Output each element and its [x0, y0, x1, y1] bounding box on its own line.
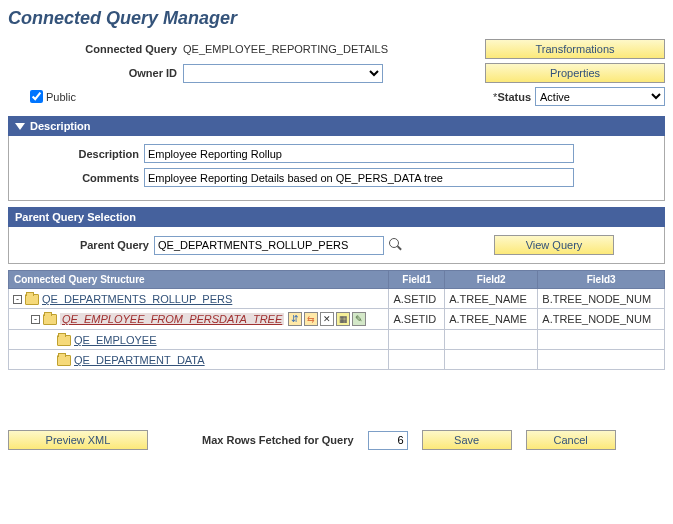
table-row: QE_DEPARTMENT_DATA	[9, 350, 665, 370]
properties-button[interactable]: Properties	[485, 63, 665, 83]
col-field1: Field1	[389, 271, 445, 289]
table-row: -QE_DEPARTMENTS_ROLLUP_PERSA.SETIDA.TREE…	[9, 289, 665, 309]
max-rows-label: Max Rows Fetched for Query	[202, 434, 354, 446]
connected-query-label: Connected Query	[8, 43, 183, 55]
comments-input[interactable]	[144, 168, 574, 187]
status-label: Status	[497, 91, 535, 103]
col-field2: Field2	[445, 271, 538, 289]
connected-query-value: QE_EMPLOYEE_REPORTING_DETAILS	[183, 43, 485, 55]
folder-icon	[57, 335, 71, 346]
insert-child-icon[interactable]: ⇵	[288, 312, 302, 326]
field2-cell: A.TREE_NAME	[445, 309, 538, 330]
description-input[interactable]	[144, 144, 574, 163]
save-button[interactable]: Save	[422, 430, 512, 450]
status-select[interactable]: Active	[535, 87, 665, 106]
footer-row: Preview XML Max Rows Fetched for Query S…	[8, 430, 665, 450]
folder-icon	[25, 294, 39, 305]
query-node-link[interactable]: QE_EMPLOYEE_FROM_PERSDATA_TREE	[60, 313, 284, 325]
page-title: Connected Query Manager	[8, 8, 665, 29]
field2-cell: A.TREE_NAME	[445, 289, 538, 309]
delete-icon[interactable]: ✕	[320, 312, 334, 326]
view-query-button[interactable]: View Query	[494, 235, 614, 255]
field3-cell: A.TREE_NODE_NUM	[538, 309, 665, 330]
col-structure: Connected Query Structure	[9, 271, 389, 289]
query-node-link[interactable]: QE_EMPLOYEE	[74, 334, 157, 346]
cancel-button[interactable]: Cancel	[526, 430, 616, 450]
field1-cell: A.SETID	[389, 309, 445, 330]
parent-query-section-title: Parent Query Selection	[15, 211, 136, 223]
field2-cell	[445, 330, 538, 350]
collapse-icon	[15, 123, 25, 130]
preview-xml-button[interactable]: Preview XML	[8, 430, 148, 450]
field1-cell: A.SETID	[389, 289, 445, 309]
field3-cell: B.TREE_NODE_NUM	[538, 289, 665, 309]
owner-id-label: Owner ID	[8, 67, 183, 79]
query-node-link[interactable]: QE_DEPARTMENT_DATA	[74, 354, 205, 366]
transformations-button[interactable]: Transformations	[485, 39, 665, 59]
description-section-title: Description	[30, 120, 91, 132]
map-fields-icon[interactable]: ▦	[336, 312, 350, 326]
table-row: -QE_EMPLOYEE_FROM_PERSDATA_TREE⇵⇆✕▦✎A.SE…	[9, 309, 665, 330]
public-checkbox[interactable]	[30, 90, 43, 103]
insert-sibling-icon[interactable]: ⇆	[304, 312, 318, 326]
folder-icon	[43, 314, 57, 325]
collapse-icon[interactable]: -	[13, 295, 22, 304]
field2-cell	[445, 350, 538, 370]
comments-label: Comments	[19, 172, 144, 184]
parent-query-section-header: Parent Query Selection	[8, 207, 665, 227]
folder-icon	[57, 355, 71, 366]
parent-query-input[interactable]	[154, 236, 384, 255]
public-label: Public	[46, 91, 76, 103]
owner-id-select[interactable]	[183, 64, 383, 83]
parent-query-section-body: Parent Query View Query	[8, 227, 665, 264]
properties-icon[interactable]: ✎	[352, 312, 366, 326]
collapse-icon[interactable]: -	[31, 315, 40, 324]
description-section-body: Description Comments	[8, 136, 665, 201]
field3-cell	[538, 350, 665, 370]
col-field3: Field3	[538, 271, 665, 289]
connected-query-structure-table: Connected Query Structure Field1 Field2 …	[8, 270, 665, 370]
max-rows-input[interactable]	[368, 431, 408, 450]
description-label: Description	[19, 148, 144, 160]
field1-cell	[389, 350, 445, 370]
description-section-header[interactable]: Description	[8, 116, 665, 136]
field3-cell	[538, 330, 665, 350]
lookup-icon[interactable]	[388, 237, 404, 253]
query-node-link[interactable]: QE_DEPARTMENTS_ROLLUP_PERS	[42, 293, 232, 305]
field1-cell	[389, 330, 445, 350]
parent-query-label: Parent Query	[19, 239, 154, 251]
table-row: QE_EMPLOYEE	[9, 330, 665, 350]
